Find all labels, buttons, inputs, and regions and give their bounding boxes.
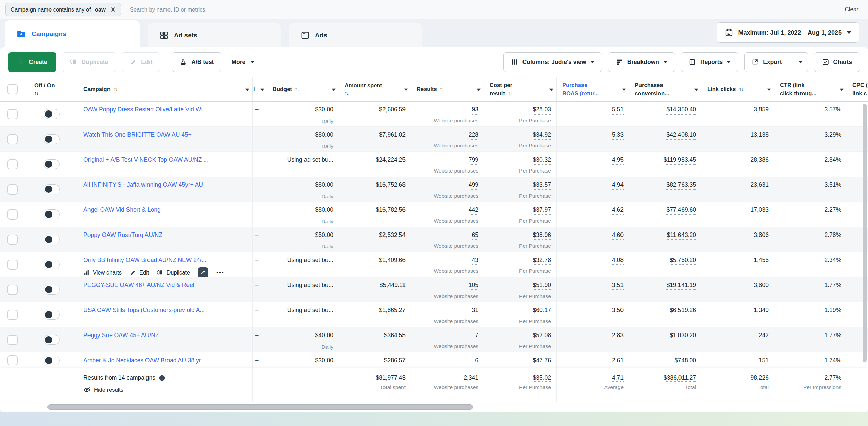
campaign-name-link[interactable]: Poppy OAW Rust/Turq AU/NZ: [83, 231, 248, 239]
column-menu-caret-icon[interactable]: [840, 89, 844, 91]
hide-results-button[interactable]: Hide results: [83, 386, 123, 393]
campaign-toggle[interactable]: [44, 356, 60, 365]
table-row[interactable]: PEGGY-SUE OAW 46+ AU/NZ Vid & Reel – Usi…: [0, 277, 868, 302]
column-menu-caret-icon[interactable]: [404, 89, 408, 91]
column-menu-caret-icon[interactable]: [260, 89, 264, 91]
export-options-caret[interactable]: [793, 53, 808, 72]
row-checkbox[interactable]: [7, 184, 18, 195]
row-checkbox[interactable]: [7, 310, 18, 320]
header-off-on[interactable]: Off / On↑↓: [25, 77, 78, 101]
purchase-roas-cell: 4.94: [557, 177, 629, 202]
row-checkbox[interactable]: [7, 159, 18, 169]
edit-button[interactable]: Edit: [122, 52, 160, 72]
campaign-name-link[interactable]: All INFINITY'S - Jaffa winning OAW 45yr+…: [83, 181, 248, 188]
clear-filters-button[interactable]: Clear: [845, 6, 859, 13]
header-purchases-conversion[interactable]: Purchasesconversion...: [629, 77, 702, 101]
tab-ad-sets[interactable]: Ad sets: [148, 23, 281, 47]
header-purchase-roas[interactable]: PurchaseROAS (retur...: [557, 77, 629, 101]
row-checkbox[interactable]: [7, 235, 18, 245]
column-menu-caret-icon[interactable]: [332, 89, 336, 91]
date-range-selector[interactable]: Maximum: Jul 1, 2022 – Aug 1, 2025: [717, 22, 859, 43]
more-button[interactable]: More: [227, 52, 258, 72]
header-budget[interactable]: Budget ↑↓: [267, 77, 339, 101]
row-checkbox[interactable]: [7, 134, 18, 144]
column-menu-caret-icon[interactable]: [245, 89, 249, 91]
open-trends-button[interactable]: [198, 267, 208, 277]
table-row[interactable]: Only BB Infinity OAW Broad AU/NZ NEW 24/…: [0, 252, 868, 277]
column-menu-caret-icon[interactable]: [549, 89, 553, 91]
tab-campaigns[interactable]: Campaigns: [5, 20, 140, 47]
row-checkbox[interactable]: [7, 335, 18, 345]
table-row[interactable]: OAW Poppy Dress Restart Olive/Latte Vid …: [0, 102, 868, 127]
column-menu-caret-icon[interactable]: [622, 89, 626, 91]
column-menu-caret-icon[interactable]: [477, 89, 481, 91]
row-checkbox[interactable]: [7, 209, 18, 220]
campaign-name-link[interactable]: Amber & Jo Necklaces OAW Broad AU 38 yr.…: [83, 357, 248, 364]
column-menu-caret-icon[interactable]: [767, 89, 771, 91]
campaign-toggle[interactable]: [44, 159, 60, 169]
filter-chip[interactable]: Campaign name contains any of oaw: [5, 3, 121, 16]
header-results[interactable]: Results ↑↓: [411, 77, 484, 101]
vertical-scrollbar-thumb[interactable]: [863, 104, 867, 362]
view-charts-action[interactable]: View charts: [83, 269, 122, 276]
campaign-toggle[interactable]: [44, 260, 60, 269]
close-icon[interactable]: [110, 6, 116, 13]
campaign-toggle[interactable]: [44, 310, 60, 320]
search-input[interactable]: [130, 6, 836, 13]
row-checkbox[interactable]: [7, 285, 18, 295]
ab-test-button[interactable]: A/B test: [172, 52, 221, 72]
campaign-name-link[interactable]: PEGGY-SUE OAW 46+ AU/NZ Vid & Reel: [83, 282, 248, 289]
table-row[interactable]: Angel OAW Vid Short & Long – $80.00 Dail…: [0, 202, 868, 227]
header-truncated-column[interactable]: l: [253, 77, 267, 101]
campaign-name-link[interactable]: USA OAW Stills Tops (Customers-prev old …: [83, 307, 248, 314]
duplicate-button[interactable]: Duplicate: [62, 52, 116, 72]
table-row[interactable]: USA OAW Stills Tops (Customers-prev old …: [0, 302, 868, 327]
campaign-name-link[interactable]: Angel OAW Vid Short & Long: [83, 206, 248, 214]
select-all-checkbox[interactable]: [7, 84, 18, 94]
create-button[interactable]: Create: [8, 52, 56, 72]
row-checkbox[interactable]: [7, 355, 18, 365]
more-actions-ellipsis[interactable]: •••: [216, 269, 224, 276]
campaign-toggle[interactable]: [44, 335, 60, 345]
duplicate-action[interactable]: Duplicate: [157, 269, 190, 276]
purchases-value-cell: $6,519.26: [629, 302, 702, 327]
charts-button[interactable]: Charts: [814, 52, 860, 72]
header-cost-per-result[interactable]: Cost perresult↑↓: [484, 77, 557, 101]
info-icon[interactable]: [159, 374, 165, 381]
campaign-name-link[interactable]: OAW Poppy Dress Restart Olive/Latte Vid …: [83, 106, 248, 113]
horizontal-scrollbar-thumb[interactable]: [47, 404, 473, 410]
header-link-clicks[interactable]: Link clicks ↑↓: [702, 77, 774, 101]
reports-button[interactable]: Reports: [681, 52, 738, 72]
campaign-toggle[interactable]: [44, 134, 60, 144]
table-row[interactable]: Amber & Jo Necklaces OAW Broad AU 38 yr.…: [0, 352, 868, 368]
table-row[interactable]: Original + A/B Test V-NECK Top OAW AU/NZ…: [0, 152, 868, 177]
header-amount-spent[interactable]: Amount spent↑↓: [339, 77, 411, 101]
export-button[interactable]: Export: [745, 53, 788, 72]
table-row[interactable]: Peggy Sue OAW 45+ AU/NZ – $40.00 Daily $…: [0, 327, 868, 352]
table-row[interactable]: Watch This One BRIGITTE OAW AU 45+ – $80…: [0, 127, 868, 152]
campaign-name-link[interactable]: Watch This One BRIGITTE OAW AU 45+: [83, 131, 248, 138]
horizontal-scrollbar[interactable]: [0, 402, 868, 412]
header-cpc[interactable]: CPC (link c: [847, 77, 868, 101]
campaign-toggle[interactable]: [44, 235, 60, 244]
columns-button[interactable]: Columns: Jodie's view: [503, 52, 602, 72]
truncated-column-cell: –: [253, 102, 267, 126]
campaign-name-link[interactable]: Original + A/B Test V-NECK Top OAW AU/NZ…: [83, 156, 248, 163]
column-menu-caret-icon[interactable]: [694, 89, 698, 91]
header-campaign[interactable]: Campaign ↑↓: [78, 77, 253, 101]
truncated-column-cell: –: [253, 252, 267, 277]
edit-action[interactable]: Edit: [130, 269, 149, 276]
header-ctr[interactable]: CTR (linkclick-throug...: [774, 77, 847, 101]
campaign-toggle[interactable]: [44, 109, 60, 119]
campaign-name-link[interactable]: Only BB Infinity OAW Broad AU/NZ NEW 24/…: [83, 257, 248, 264]
campaign-toggle[interactable]: [44, 285, 60, 295]
row-checkbox[interactable]: [7, 109, 18, 119]
campaign-toggle[interactable]: [44, 184, 60, 194]
tab-ads[interactable]: Ads: [289, 23, 422, 47]
campaign-toggle[interactable]: [44, 209, 60, 219]
campaign-name-link[interactable]: Peggy Sue OAW 45+ AU/NZ: [83, 332, 248, 339]
table-row[interactable]: All INFINITY'S - Jaffa winning OAW 45yr+…: [0, 177, 868, 202]
table-row[interactable]: Poppy OAW Rust/Turq AU/NZ – $50.00 Daily…: [0, 227, 868, 252]
row-checkbox[interactable]: [7, 260, 18, 270]
breakdown-button[interactable]: Breakdown: [608, 52, 675, 72]
